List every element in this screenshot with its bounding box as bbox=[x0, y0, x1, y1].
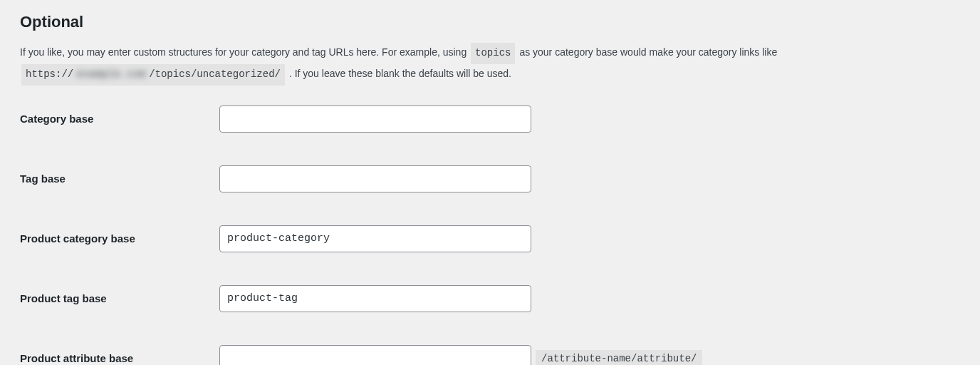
description-text-1: If you like, you may enter custom struct… bbox=[20, 46, 469, 58]
input-product-category-base[interactable] bbox=[219, 225, 531, 252]
input-product-attribute-base[interactable] bbox=[219, 345, 531, 365]
row-category-base: Category base bbox=[20, 106, 960, 133]
field-product-attribute-base: /attribute-name/attribute/ bbox=[219, 345, 702, 365]
field-product-category-base bbox=[219, 225, 531, 252]
example-code-url: https://example.com/topics/uncategorized… bbox=[21, 64, 285, 86]
row-tag-base: Tag base bbox=[20, 165, 960, 192]
input-category-base[interactable] bbox=[219, 106, 531, 133]
field-category-base bbox=[219, 106, 531, 133]
label-product-tag-base: Product tag base bbox=[20, 292, 219, 304]
input-product-tag-base[interactable] bbox=[219, 285, 531, 312]
label-category-base: Category base bbox=[20, 113, 219, 125]
row-product-tag-base: Product tag base bbox=[20, 285, 960, 312]
description-text-2: as your category base would make your ca… bbox=[519, 46, 777, 58]
section-description: If you like, you may enter custom struct… bbox=[20, 43, 946, 86]
label-product-attribute-base: Product attribute base bbox=[20, 352, 219, 364]
form-table: Category base Tag base Product category … bbox=[20, 106, 960, 365]
label-product-category-base: Product category base bbox=[20, 232, 219, 245]
row-product-attribute-base: Product attribute base /attribute-name/a… bbox=[20, 345, 960, 365]
optional-permalinks-section: Optional If you like, you may enter cust… bbox=[0, 0, 980, 365]
example-code-topics: topics bbox=[471, 43, 515, 64]
blurred-domain: example.com bbox=[73, 68, 149, 80]
field-tag-base bbox=[219, 165, 531, 192]
description-text-3: . If you leave these blank the defaults … bbox=[289, 68, 511, 79]
field-product-tag-base bbox=[219, 285, 531, 312]
section-heading: Optional bbox=[20, 13, 960, 31]
label-tag-base: Tag base bbox=[20, 173, 219, 185]
input-tag-base[interactable] bbox=[219, 165, 531, 192]
attribute-base-suffix: /attribute-name/attribute/ bbox=[536, 350, 702, 365]
row-product-category-base: Product category base bbox=[20, 225, 960, 252]
